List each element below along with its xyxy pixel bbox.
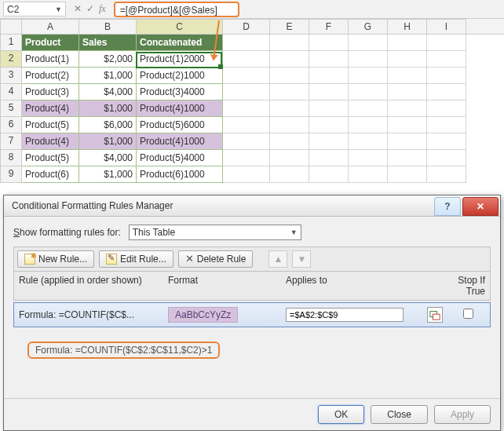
row-header[interactable]: 4 <box>0 84 22 100</box>
cell[interactable] <box>223 51 270 68</box>
accept-icon[interactable]: ✓ <box>86 3 94 15</box>
scope-dropdown[interactable]: This Table ▼ <box>129 225 301 240</box>
cell-concat[interactable]: Product(1)2000 <box>137 51 223 68</box>
cell[interactable] <box>388 84 427 100</box>
row-header[interactable]: 3 <box>0 68 22 84</box>
cell[interactable] <box>309 84 349 100</box>
row-header[interactable]: 8 <box>0 150 22 166</box>
cell[interactable] <box>349 68 388 84</box>
cell[interactable] <box>309 150 349 166</box>
cell-concat[interactable]: Product(5)4000 <box>137 150 223 166</box>
cell[interactable] <box>223 84 270 100</box>
cell[interactable] <box>427 166 466 183</box>
cell[interactable] <box>349 117 388 133</box>
cell[interactable] <box>349 133 388 150</box>
cell[interactable] <box>309 100 349 117</box>
cell[interactable] <box>427 51 466 68</box>
table-header-concat[interactable]: Concatenated <box>137 35 223 51</box>
col-header-A[interactable]: A <box>22 19 79 34</box>
stop-if-true-checkbox[interactable] <box>463 309 473 319</box>
cell[interactable] <box>388 68 427 84</box>
cell[interactable] <box>270 133 309 150</box>
row-header[interactable]: 1 <box>0 35 22 51</box>
cell[interactable] <box>223 150 270 166</box>
chevron-down-icon[interactable]: ▼ <box>55 5 62 13</box>
help-button[interactable]: ? <box>434 197 461 216</box>
cell-concat[interactable]: Product(4)1000 <box>137 100 223 117</box>
cell[interactable] <box>270 150 309 166</box>
applies-to-input[interactable] <box>286 308 404 322</box>
cell-concat[interactable]: Product(4)1000 <box>137 133 223 150</box>
fx-icon[interactable]: fx <box>99 3 106 15</box>
cell-product[interactable]: Product(4) <box>22 133 79 150</box>
cell[interactable] <box>427 150 466 166</box>
ok-button[interactable]: OK <box>318 405 364 424</box>
col-header-H[interactable]: H <box>388 19 427 34</box>
cell[interactable] <box>427 117 466 133</box>
move-up-button[interactable]: ▲ <box>268 250 287 268</box>
move-down-button[interactable]: ▼ <box>292 250 311 268</box>
cell[interactable] <box>427 35 466 51</box>
cell-sales[interactable]: $1,000 <box>79 166 137 183</box>
cell-concat[interactable]: Product(5)6000 <box>137 117 223 133</box>
cancel-icon[interactable]: ✕ <box>74 3 82 15</box>
cell[interactable] <box>388 51 427 68</box>
cell-product[interactable]: Product(4) <box>22 100 79 117</box>
cell-product[interactable]: Product(5) <box>22 117 79 133</box>
cell-concat[interactable]: Product(2)1000 <box>137 68 223 84</box>
cell[interactable] <box>349 100 388 117</box>
cell[interactable] <box>270 166 309 183</box>
col-header-F[interactable]: F <box>309 19 349 34</box>
apply-button[interactable]: Apply <box>434 405 491 424</box>
row-header[interactable]: 5 <box>0 100 22 117</box>
dialog-titlebar[interactable]: Conditional Formatting Rules Manager ? ✕ <box>4 195 500 217</box>
cell-sales[interactable]: $1,000 <box>79 100 137 117</box>
formula-input[interactable]: =[@Product]&[@Sales] <box>114 2 239 17</box>
cell[interactable] <box>349 166 388 183</box>
cell-product[interactable]: Product(2) <box>22 68 79 84</box>
cell[interactable] <box>388 117 427 133</box>
cell-sales[interactable]: $2,000 <box>79 51 137 68</box>
col-header-D[interactable]: D <box>223 19 270 34</box>
row-header[interactable]: 6 <box>0 117 22 133</box>
col-header-C[interactable]: C <box>137 19 223 34</box>
cell-sales[interactable]: $4,000 <box>79 84 137 100</box>
cell[interactable] <box>270 68 309 84</box>
cell-sales[interactable]: $4,000 <box>79 150 137 166</box>
col-header-G[interactable]: G <box>349 19 388 34</box>
cell[interactable] <box>309 35 349 51</box>
cell[interactable] <box>223 100 270 117</box>
rule-row[interactable]: Formula: =COUNTIF($C$... AaBbCcYyZz <box>13 302 491 327</box>
cell[interactable] <box>309 51 349 68</box>
cell[interactable] <box>427 133 466 150</box>
cell[interactable] <box>427 100 466 117</box>
cell-concat[interactable]: Product(6)1000 <box>137 166 223 183</box>
edit-rule-button[interactable]: Edit Rule... <box>99 250 173 268</box>
cell[interactable] <box>309 166 349 183</box>
cell-product[interactable]: Product(3) <box>22 84 79 100</box>
cell[interactable] <box>223 166 270 183</box>
delete-rule-button[interactable]: ✕Delete Rule <box>178 250 254 268</box>
cell[interactable] <box>270 100 309 117</box>
cell-concat[interactable]: Product(3)4000 <box>137 84 223 100</box>
close-button[interactable]: Close <box>371 405 428 424</box>
cell[interactable] <box>349 150 388 166</box>
cell[interactable] <box>388 133 427 150</box>
col-header-I[interactable]: I <box>427 19 466 34</box>
cell[interactable] <box>388 166 427 183</box>
cell[interactable] <box>309 133 349 150</box>
cell[interactable] <box>270 84 309 100</box>
cell[interactable] <box>223 68 270 84</box>
table-header-product[interactable]: Product <box>22 35 79 51</box>
cell[interactable] <box>388 100 427 117</box>
row-header[interactable]: 7 <box>0 133 22 150</box>
cell[interactable] <box>223 133 270 150</box>
cell-sales[interactable]: $6,000 <box>79 117 137 133</box>
cell[interactable] <box>349 51 388 68</box>
cell[interactable] <box>388 150 427 166</box>
row-header[interactable]: 2 <box>0 51 22 68</box>
table-header-sales[interactable]: Sales <box>79 35 137 51</box>
cell[interactable] <box>309 117 349 133</box>
range-picker-button[interactable] <box>427 307 443 323</box>
col-header-E[interactable]: E <box>270 19 309 34</box>
